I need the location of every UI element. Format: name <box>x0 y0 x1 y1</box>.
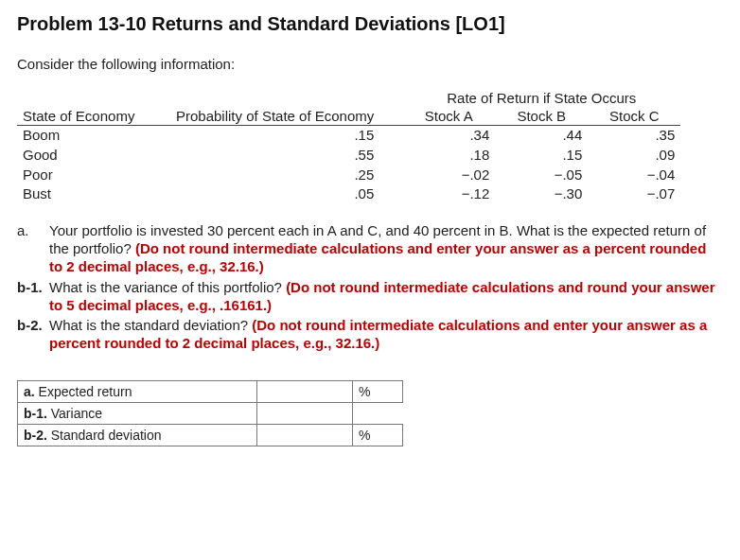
table-row: Boom .15 .34 .44 .35 <box>17 126 680 146</box>
cell-state: Bust <box>17 184 170 204</box>
cell-state: Good <box>17 146 170 166</box>
cell-stock-b: .44 <box>495 126 588 146</box>
cell-stock-a: .34 <box>402 126 495 146</box>
part-a-instruction: (Do not round intermediate calculations … <box>49 240 706 274</box>
answer-a-label: a. a. Expected returnExpected return <box>18 381 257 403</box>
col-stock-b-header: Stock B <box>495 107 588 126</box>
cell-prob: .15 <box>170 126 402 146</box>
expected-return-input[interactable] <box>257 382 352 401</box>
standard-deviation-input[interactable] <box>257 426 352 445</box>
part-b2-text: What is the standard deviation? (Do not … <box>49 316 723 352</box>
variance-input[interactable] <box>257 404 352 423</box>
returns-table: Rate of Return if State Occurs State of … <box>17 89 680 204</box>
part-b1-text: What is the variance of this portfolio? … <box>49 278 723 314</box>
cell-stock-b: −.30 <box>495 184 588 204</box>
cell-state: Boom <box>17 126 170 146</box>
table-row: Poor .25 −.02 −.05 −.04 <box>17 166 680 185</box>
cell-stock-b: .15 <box>495 146 588 166</box>
cell-stock-b: −.05 <box>495 166 588 185</box>
table-row: Good .55 .18 .15 .09 <box>17 146 680 166</box>
cell-stock-c: .35 <box>588 126 680 146</box>
cell-stock-a: −.02 <box>402 166 495 185</box>
cell-prob: .25 <box>170 166 402 185</box>
col-state-header: State of Economy <box>17 107 170 126</box>
part-a-text: Your portfolio is invested 30 percent ea… <box>49 221 723 276</box>
cell-prob: .05 <box>170 184 402 204</box>
cell-prob: .55 <box>170 146 402 166</box>
cell-stock-c: .09 <box>588 146 680 166</box>
part-b1-question: What is the variance of this portfolio? <box>49 279 286 295</box>
answer-b2-label: b-2. Standard deviation <box>18 425 257 446</box>
answer-a-unit: % <box>353 381 403 403</box>
part-a-label: a. <box>17 221 49 276</box>
answer-b1-label: b-1. Variance <box>18 403 257 425</box>
problem-title: Problem 13-10 Returns and Standard Devia… <box>17 13 723 35</box>
intro-text: Consider the following information: <box>17 56 723 72</box>
table-row: Bust .05 −.12 −.30 −.07 <box>17 184 680 204</box>
rate-header: Rate of Return if State Occurs <box>402 89 680 107</box>
cell-stock-a: −.12 <box>402 184 495 204</box>
cell-stock-c: −.07 <box>588 184 680 204</box>
question-parts: a. Your portfolio is invested 30 percent… <box>17 221 723 352</box>
col-prob-header: Probability of State of Economy <box>170 107 402 126</box>
cell-stock-c: −.04 <box>588 166 680 185</box>
col-stock-a-header: Stock A <box>402 107 495 126</box>
part-b1-label: b-1. <box>17 278 49 314</box>
part-b2-question: What is the standard deviation? <box>49 317 252 333</box>
cell-stock-a: .18 <box>402 146 495 166</box>
answers-table: a. a. Expected returnExpected return % b… <box>17 380 403 446</box>
part-b2-label: b-2. <box>17 316 49 352</box>
cell-state: Poor <box>17 166 170 185</box>
answer-b2-unit: % <box>353 425 403 446</box>
col-stock-c-header: Stock C <box>588 107 680 126</box>
